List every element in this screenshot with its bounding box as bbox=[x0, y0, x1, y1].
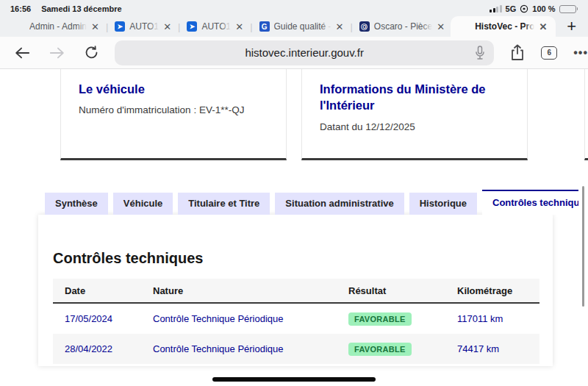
url-bar[interactable]: histovec.interieur.gouv.fr bbox=[115, 40, 494, 65]
close-tab-icon[interactable]: ✕ bbox=[539, 21, 547, 32]
tab-title: Guide qualité - bbox=[274, 21, 331, 32]
header-resultat: Résultat bbox=[348, 285, 457, 296]
tab-historique[interactable]: Historique bbox=[409, 193, 477, 215]
table-row: 17/05/2024 Contrôle Technique Périodique… bbox=[53, 304, 539, 334]
tab-title: HistoVec - Pro bbox=[475, 21, 534, 32]
admin-grid-logo-icon bbox=[15, 21, 25, 32]
cellular-signal-icon bbox=[490, 5, 502, 12]
oscaro-logo-icon: O bbox=[359, 21, 370, 32]
browser-tab-oscaro[interactable]: O Oscaro - Pièce ✕ bbox=[354, 16, 451, 37]
controles-techniques-panel: Contrôles techniques Date Nature Résulta… bbox=[38, 215, 553, 366]
cell-nature: Contrôle Technique Périodique bbox=[153, 343, 348, 354]
orientation-lock-icon bbox=[520, 4, 528, 13]
tab-title: Oscaro - Pièce bbox=[374, 21, 432, 32]
report-tab-list: Synthèse Véhicule Titulaire et Titre Sit… bbox=[45, 190, 578, 215]
battery-percent: 100 % bbox=[532, 4, 555, 13]
tab-title: AUTO1 bbox=[201, 21, 231, 32]
status-date: Samedi 13 décembre bbox=[41, 4, 121, 13]
browser-tab-strip: Admin - Admin ✕ | ➤ AUTO1 ✕ | ➤ AUTO1 ✕ … bbox=[0, 16, 588, 37]
status-bar: 16:56 Samedi 13 décembre 5G 100 % bbox=[0, 0, 588, 16]
inspections-table: Date Nature Résultat Kilométrage 17/05/2… bbox=[53, 279, 539, 364]
cell-date: 17/05/2024 bbox=[65, 313, 153, 324]
vehicle-card: Le véhicule Numéro d'immatriculation : E… bbox=[60, 69, 287, 160]
close-tab-icon[interactable]: ✕ bbox=[91, 21, 99, 32]
home-indicator[interactable] bbox=[212, 377, 376, 382]
tab-situation-administrative[interactable]: Situation administrative bbox=[275, 193, 404, 215]
auto1-logo-icon: ➤ bbox=[187, 21, 197, 32]
table-header-row: Date Nature Résultat Kilométrage bbox=[53, 279, 539, 304]
new-tab-button[interactable]: + bbox=[567, 17, 576, 36]
forward-icon[interactable] bbox=[49, 46, 66, 60]
vehicle-card-title: Le véhicule bbox=[79, 81, 271, 97]
page-content: Le véhicule Numéro d'immatriculation : E… bbox=[0, 69, 588, 386]
browser-chrome: 16:56 Samedi 13 décembre 5G 100 % Admin … bbox=[0, 0, 588, 37]
tab-vehicule[interactable]: Véhicule bbox=[113, 193, 173, 215]
tab-title: Admin - Admin bbox=[29, 21, 87, 32]
share-icon[interactable] bbox=[510, 44, 525, 62]
cell-nature: Contrôle Technique Périodique bbox=[153, 313, 348, 324]
french-flag-icon bbox=[459, 23, 470, 30]
result-badge: FAVORABLE bbox=[348, 312, 412, 326]
tab-titulaire-et-titre[interactable]: Titulaire et Titre bbox=[178, 193, 270, 215]
tab-overview-button[interactable]: 6 bbox=[541, 46, 557, 60]
browser-tab-auto1-1[interactable]: ➤ AUTO1 ✕ bbox=[109, 16, 177, 37]
tab-title: AUTO1 bbox=[129, 21, 159, 32]
section-title: Contrôles techniques bbox=[53, 250, 553, 267]
page-scrollbar[interactable] bbox=[582, 186, 584, 307]
close-tab-icon[interactable]: ✕ bbox=[163, 21, 171, 32]
cell-date: 28/04/2022 bbox=[65, 343, 153, 354]
close-tab-icon[interactable]: ✕ bbox=[336, 21, 344, 32]
header-nature: Nature bbox=[153, 285, 348, 296]
battery-icon bbox=[559, 5, 578, 13]
ministry-info-card: Informations du Ministère de l'Intérieur… bbox=[301, 69, 528, 160]
navigation-bar: histovec.interieur.gouv.fr 6 ••• bbox=[0, 37, 588, 69]
auto1-logo-icon: ➤ bbox=[115, 21, 125, 32]
browser-tab-admin[interactable]: Admin - Admin ✕ bbox=[9, 16, 105, 37]
tab-synthese[interactable]: Synthèse bbox=[45, 193, 108, 215]
next-card-edge bbox=[584, 69, 588, 160]
cell-kilometrage: 117011 km bbox=[457, 313, 551, 324]
url-text: histovec.interieur.gouv.fr bbox=[245, 46, 363, 59]
tab-controles-techniques[interactable]: Contrôles techniques bbox=[482, 190, 578, 215]
header-kilometrage: Kilométrage bbox=[457, 285, 551, 296]
reload-icon[interactable] bbox=[82, 45, 100, 60]
browser-tab-histovec-active[interactable]: HistoVec - Pro ✕ bbox=[451, 16, 556, 37]
result-badge: FAVORABLE bbox=[348, 343, 412, 356]
clock: 16:56 bbox=[10, 4, 31, 13]
header-date: Date bbox=[65, 285, 153, 296]
ministry-card-body: Datant du 12/12/2025 bbox=[320, 121, 512, 132]
back-icon[interactable] bbox=[13, 46, 31, 60]
table-row: 28/04/2022 Contrôle Technique Périodique… bbox=[53, 334, 539, 364]
browser-tab-auto1-2[interactable]: ➤ AUTO1 ✕ bbox=[181, 16, 249, 37]
vehicle-card-body: Numéro d'immatriculation : EV-1**-QJ bbox=[79, 104, 271, 115]
network-type: 5G bbox=[506, 4, 517, 13]
guide-logo-icon: G bbox=[259, 21, 270, 32]
microphone-icon[interactable] bbox=[475, 46, 485, 62]
browser-tab-guide-qualite[interactable]: G Guide qualité - ✕ bbox=[254, 16, 350, 37]
close-tab-icon[interactable]: ✕ bbox=[437, 21, 445, 32]
cell-kilometrage: 74417 km bbox=[457, 343, 551, 354]
ministry-card-title: Informations du Ministère de l'Intérieur bbox=[320, 81, 512, 114]
more-menu-icon[interactable]: ••• bbox=[573, 46, 588, 60]
close-tab-icon[interactable]: ✕ bbox=[235, 21, 243, 32]
